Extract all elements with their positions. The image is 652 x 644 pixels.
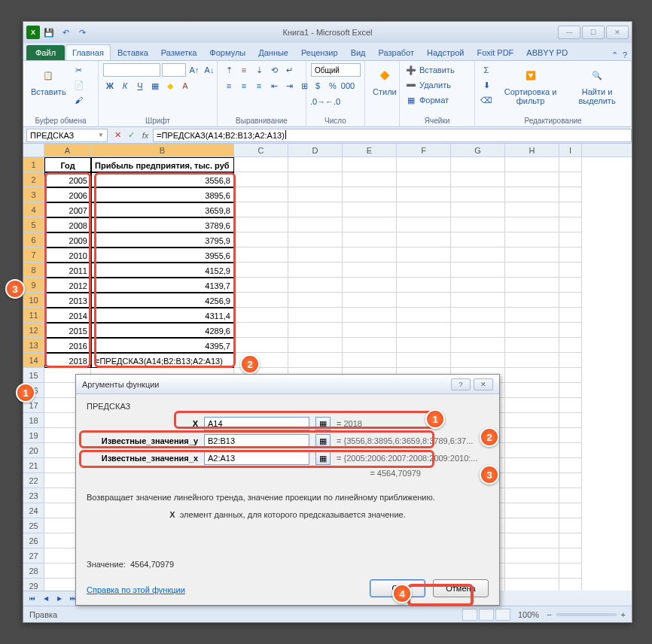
cell[interactable]	[288, 263, 343, 278]
cell[interactable]	[505, 263, 559, 278]
column-header-f[interactable]: F	[397, 144, 451, 156]
cell[interactable]	[505, 383, 559, 398]
align-middle-icon[interactable]: ≡	[237, 63, 251, 77]
italic-button[interactable]: К	[118, 79, 132, 93]
cell[interactable]: 2018	[44, 353, 91, 368]
arg-y-input[interactable]	[204, 434, 309, 448]
row-header[interactable]: 24	[23, 503, 44, 518]
number-format-input[interactable]	[311, 63, 361, 77]
column-header-d[interactable]: D	[288, 144, 343, 156]
font-color-icon[interactable]: A	[178, 79, 192, 93]
cell[interactable]	[505, 503, 559, 518]
sheet-nav-prev[interactable]: ◀	[40, 593, 52, 605]
cell[interactable]	[397, 293, 451, 308]
cell[interactable]	[288, 278, 343, 293]
cell[interactable]	[288, 353, 343, 368]
increase-font-icon[interactable]: A↑	[187, 63, 201, 77]
cell[interactable]	[559, 232, 582, 248]
cell[interactable]	[505, 548, 559, 564]
help-link[interactable]: Справка по этой функции	[87, 585, 185, 594]
cell[interactable]	[505, 172, 559, 187]
cell[interactable]	[505, 217, 559, 232]
cell[interactable]	[559, 217, 582, 232]
row-header[interactable]: 10	[23, 293, 44, 308]
cell[interactable]: 4152,9	[91, 263, 234, 278]
increase-decimal-icon[interactable]: .0→	[311, 95, 324, 108]
decrease-font-icon[interactable]: A↓	[203, 63, 216, 77]
cell[interactable]	[559, 533, 582, 548]
cell[interactable]	[343, 187, 397, 202]
copy-icon[interactable]: 📄	[72, 78, 86, 92]
cell[interactable]: 2007	[44, 202, 91, 217]
chevron-down-icon[interactable]: ▼	[98, 132, 104, 138]
minimize-ribbon-icon[interactable]: ⌃	[611, 50, 618, 60]
zoom-in-button[interactable]: +	[621, 610, 626, 619]
fx-icon[interactable]: fx	[138, 131, 153, 140]
cell[interactable]	[505, 398, 559, 413]
collapse-x-button[interactable]: ▦	[315, 417, 331, 430]
cell[interactable]	[451, 293, 505, 308]
cell[interactable]: 2005	[44, 172, 91, 187]
cell[interactable]	[559, 338, 582, 353]
cell[interactable]	[397, 263, 451, 278]
row-header[interactable]: 26	[23, 533, 44, 548]
cell[interactable]	[343, 248, 397, 263]
page-break-view-button[interactable]	[495, 609, 510, 621]
cell[interactable]	[397, 353, 451, 368]
align-bottom-icon[interactable]: ⇣	[252, 63, 266, 77]
cut-icon[interactable]: ✂	[72, 63, 86, 77]
cell[interactable]: 2006	[44, 187, 91, 202]
tab-abbyy[interactable]: ABBYY PD	[520, 45, 574, 60]
fill-color-icon[interactable]: ◆	[163, 79, 177, 93]
sort-filter-button[interactable]: 🔽 Сортировка и фильтр	[496, 63, 565, 107]
row-header[interactable]: 23	[23, 488, 44, 503]
cell[interactable]	[559, 443, 582, 458]
cancel-button[interactable]: Отмена	[433, 579, 489, 597]
page-layout-view-button[interactable]	[479, 609, 494, 621]
column-header-e[interactable]: E	[343, 144, 397, 156]
cell[interactable]: 4289,6	[91, 323, 234, 338]
cell[interactable]	[505, 413, 559, 428]
cell[interactable]: 3795,9	[91, 232, 234, 248]
cell[interactable]: 3895,6	[91, 187, 234, 202]
cell[interactable]	[559, 413, 582, 428]
cell[interactable]	[505, 353, 559, 368]
normal-view-button[interactable]	[462, 609, 477, 621]
cell[interactable]	[505, 323, 559, 338]
cell[interactable]	[559, 293, 582, 308]
cell[interactable]: 2014	[44, 308, 91, 323]
tab-foxit[interactable]: Foxit PDF	[471, 45, 519, 60]
cell[interactable]	[343, 157, 397, 172]
cell[interactable]: 2013	[44, 293, 91, 308]
cell[interactable]	[451, 187, 505, 202]
cell[interactable]	[343, 293, 397, 308]
tab-addins[interactable]: Надстрой	[421, 45, 470, 60]
cell[interactable]	[451, 202, 505, 217]
cell[interactable]	[397, 308, 451, 323]
cell[interactable]	[505, 293, 559, 308]
row-header[interactable]: 16	[23, 383, 44, 398]
cell[interactable]	[505, 278, 559, 293]
cell[interactable]	[505, 533, 559, 548]
tab-insert[interactable]: Вставка	[111, 45, 154, 60]
format-cells-icon[interactable]: ▦	[404, 93, 418, 107]
zoom-level[interactable]: 100%	[518, 610, 539, 619]
insert-cells-icon[interactable]: ➕	[404, 63, 418, 77]
row-header[interactable]: 22	[23, 473, 44, 488]
cell[interactable]: 2008	[44, 217, 91, 232]
cell[interactable]	[397, 278, 451, 293]
cell[interactable]	[343, 172, 397, 187]
cell[interactable]	[288, 308, 343, 323]
cell[interactable]	[397, 187, 451, 202]
cell[interactable]	[559, 308, 582, 323]
cell[interactable]: 2010	[44, 248, 91, 263]
currency-icon[interactable]: $	[311, 79, 324, 93]
row-header[interactable]: 19	[23, 428, 44, 443]
cell[interactable]	[559, 458, 582, 473]
sheet-nav-next[interactable]: ▶	[53, 593, 66, 605]
cell[interactable]	[505, 428, 559, 443]
dialog-help-button[interactable]: ?	[451, 378, 471, 390]
cell[interactable]	[234, 187, 288, 202]
cell[interactable]	[397, 338, 451, 353]
wrap-text-icon[interactable]: ↵	[282, 63, 296, 77]
